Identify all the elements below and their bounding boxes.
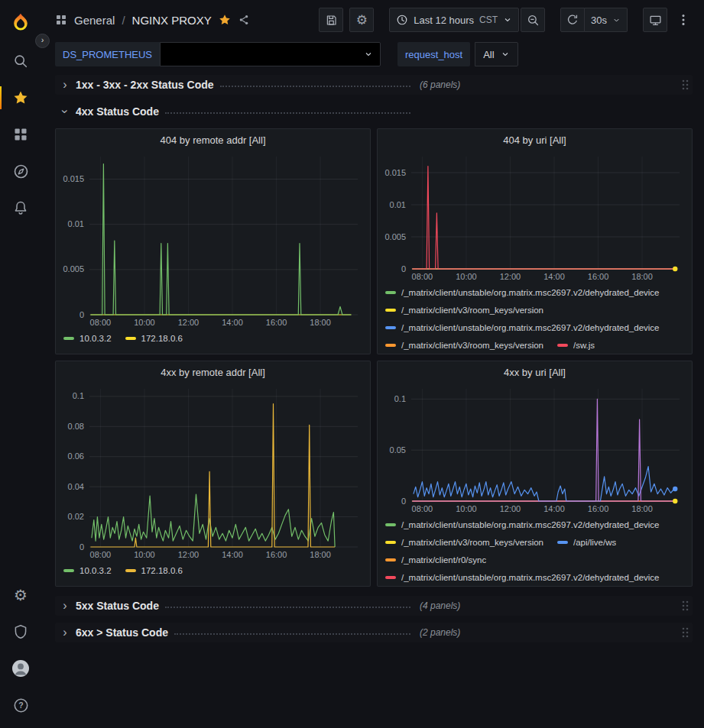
grafana-logo[interactable] [4, 6, 37, 40]
variable-label[interactable]: request_host [397, 42, 470, 66]
variable-label[interactable]: DS_PROMETHEUS [55, 42, 160, 66]
legend-item[interactable]: 10.0.3.2 [63, 334, 112, 343]
panel-title[interactable]: 404 by uri [All] [378, 129, 692, 150]
legend-row: 10.0.3.2172.18.0.6 [63, 329, 362, 347]
row-dots [165, 607, 410, 608]
legend-item[interactable]: /sw.js [557, 341, 595, 350]
legend-item[interactable]: 172.18.0.6 [125, 334, 183, 343]
grafana-flame-icon [10, 12, 31, 34]
apps-icon [13, 127, 28, 142]
ds-prometheus-select[interactable] [160, 42, 381, 66]
legend-row: /_matrix/client/unstable/org.matrix.msc2… [385, 516, 684, 533]
series-color-marker [385, 326, 396, 329]
row-drag-handle-icon[interactable] [681, 600, 689, 612]
dashboard-canvas: › 1xx - 3xx - 2xx Status Code (6 panels)… [41, 69, 704, 642]
legend-item[interactable]: /_matrix/client/v3/room_keys/version [385, 538, 543, 547]
legend-row: 10.0.3.2172.18.0.6 [63, 561, 362, 579]
row-5xx[interactable]: › 5xx Status Code (4 panels) [55, 596, 693, 616]
svg-text:14:00: 14:00 [543, 504, 565, 513]
sidebar-item-dashboards[interactable] [4, 116, 37, 153]
chart-canvas-4xx-by-remote-addr[interactable]: 00.020.040.060.080.108:0010:0012:0014:00… [60, 383, 365, 560]
row-drag-handle-icon[interactable] [681, 626, 689, 639]
row-1xx-3xx-2xx[interactable]: › 1xx - 3xx - 2xx Status Code (6 panels) [55, 75, 693, 95]
time-range-label: Last 12 hours [414, 15, 474, 26]
svg-text:16:00: 16:00 [588, 504, 609, 513]
shield-icon [13, 624, 28, 639]
chevron-down-icon [501, 50, 510, 59]
chart-canvas-404-by-uri[interactable]: 00.0050.010.01508:0010:0012:0014:0016:00… [382, 150, 687, 282]
svg-text:0.01: 0.01 [68, 219, 84, 228]
time-range-picker[interactable]: Last 12 hours CST [389, 8, 519, 32]
page-title[interactable]: NGINX PROXY [132, 14, 212, 27]
bell-icon [13, 200, 28, 215]
sidebar-item-profile[interactable] [4, 650, 37, 687]
chevron-down-icon: › [59, 105, 71, 118]
series-color-marker [385, 576, 396, 579]
legend-label: 172.18.0.6 [141, 566, 183, 575]
share-icon[interactable] [238, 14, 250, 26]
sidebar-item-starred[interactable] [4, 79, 37, 116]
refresh-interval-dropdown[interactable]: 30s [585, 8, 628, 32]
legend-item[interactable]: /_matrix/client/v3/room_keys/version [385, 341, 543, 350]
sidebar-item-configuration[interactable]: ⚙ [4, 577, 37, 613]
save-dashboard-button[interactable] [319, 8, 343, 32]
row-4xx[interactable]: › 4xx Status Code [55, 102, 693, 121]
zoom-out-time-button[interactable] [521, 8, 545, 32]
panel-title[interactable]: 404 by remote addr [All] [56, 129, 370, 150]
legend-item[interactable]: /_matrix/client/unstable/org.matrix.msc2… [385, 573, 660, 582]
sidebar-item-search[interactable] [4, 43, 37, 79]
legend-label: /sw.js [573, 341, 595, 350]
chart-canvas-404-by-remote-addr[interactable]: 00.0050.010.01508:0010:0012:0014:0016:00… [60, 150, 365, 328]
legend-item[interactable]: /_matrix/client/unstable/org.matrix.msc2… [385, 323, 660, 332]
svg-text:16:00: 16:00 [266, 550, 287, 559]
sidebar-expand-toggle[interactable]: › [35, 34, 50, 48]
chart-area: 00.0050.010.01508:0010:0012:0014:0016:00… [60, 150, 365, 328]
more-options-button[interactable] [673, 8, 693, 32]
row-dots [220, 86, 410, 87]
svg-text:10:00: 10:00 [456, 504, 477, 513]
refresh-icon [566, 14, 579, 26]
breadcrumb-folder[interactable]: General [74, 14, 115, 27]
legend-item[interactable]: /_matrix/client/r0/sync [385, 555, 486, 565]
gear-icon: ⚙ [14, 587, 28, 603]
row-panel-count: (6 panels) [420, 79, 460, 90]
svg-text:14:00: 14:00 [543, 272, 565, 281]
variable-request-host: request_host All [397, 42, 518, 66]
legend-item[interactable]: 10.0.3.2 [63, 566, 112, 575]
svg-text:12:00: 12:00 [500, 272, 521, 281]
row-6xx[interactable]: › 6xx > Status Code (2 panels) [55, 623, 693, 642]
request-host-select[interactable]: All [475, 42, 517, 66]
panel-4xx-by-remote-addr: 4xx by remote addr [All] 00.020.040.060.… [55, 361, 371, 587]
refresh-button-group: 30s [560, 8, 628, 32]
svg-text:08:00: 08:00 [90, 318, 112, 327]
cycle-view-mode-button[interactable] [643, 8, 667, 32]
svg-text:0: 0 [79, 542, 84, 552]
sidebar-item-help[interactable]: ? [4, 687, 37, 723]
svg-text:0.1: 0.1 [394, 394, 406, 403]
chart-canvas-4xx-by-uri[interactable]: 00.050.108:0010:0012:0014:0016:0018:00 [382, 383, 687, 514]
sidebar-item-server-admin[interactable] [4, 613, 37, 650]
svg-text:0.005: 0.005 [384, 232, 406, 241]
sidebar-item-alerting[interactable] [4, 189, 37, 226]
search-icon [13, 53, 28, 69]
favorite-star-icon[interactable] [219, 14, 231, 26]
refresh-button[interactable] [560, 8, 585, 32]
svg-text:10:00: 10:00 [134, 318, 155, 327]
chevron-right-icon: › [59, 600, 71, 612]
dashboard-settings-button[interactable]: ⚙ [349, 8, 374, 32]
panel-title[interactable]: 4xx by remote addr [All] [56, 361, 370, 383]
zoom-out-icon [527, 14, 540, 27]
row-drag-handle-icon[interactable] [681, 79, 689, 91]
legend-row: /_matrix/client/v3/room_keys/version/sw.… [385, 336, 684, 354]
legend-label: /_matrix/client/v3/room_keys/version [401, 341, 543, 350]
legend-item[interactable]: /api/live/ws [557, 538, 616, 547]
compass-icon [13, 163, 29, 180]
legend-item[interactable]: /_matrix/client/unstable/org.matrix.msc2… [385, 288, 660, 297]
chevron-right-icon: › [59, 626, 71, 639]
panel-title[interactable]: 4xx by uri [All] [378, 361, 692, 383]
legend-item[interactable]: 172.18.0.6 [125, 566, 183, 575]
legend-item[interactable]: /_matrix/client/v3/room_keys/version [385, 306, 543, 315]
series-color-marker [557, 541, 568, 544]
sidebar-item-explore[interactable] [4, 153, 37, 189]
legend-item[interactable]: /_matrix/client/unstable/org.matrix.msc2… [385, 520, 660, 529]
